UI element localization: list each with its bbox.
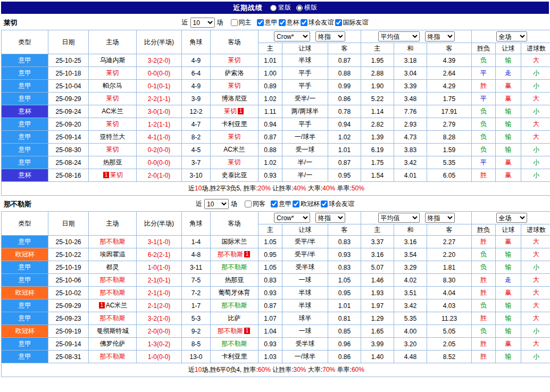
match-row: 意甲25-10-06那不勒斯2-1(0-1)7-5热那亚0.83一球1.051.… <box>2 274 550 287</box>
handicap-home-odds: 1.02 <box>259 156 282 169</box>
home-team: AC米兰 <box>89 105 137 118</box>
fulltime-select[interactable]: 全场 <box>496 31 527 41</box>
filter-label: 国际友谊 <box>343 18 369 27</box>
handicap-line: 一/球半 <box>282 351 328 363</box>
avg-away-odds: 8.30 <box>427 274 472 287</box>
home-team: 莱切 <box>89 144 137 156</box>
home-team: 亚特兰大 <box>89 131 137 144</box>
summary-stat: 40% <box>322 185 335 192</box>
filter-checkbox[interactable] <box>271 201 278 207</box>
asian-odds-time-select[interactable]: 终指 <box>315 31 345 41</box>
filter-option[interactable]: 欧冠杯 <box>293 199 320 208</box>
filter-option[interactable]: 同客 <box>245 199 265 208</box>
filter-option[interactable]: 意杯 <box>279 18 299 27</box>
match-date: 25-09-29 <box>48 93 89 105</box>
match-row: 意甲25-08-24热那亚0-0(0-0)3-7莱切1.02半/一0.871.7… <box>2 156 550 169</box>
corner-score: 3-7 <box>182 156 211 169</box>
match-row: 意甲25-09-29莱切2-2(1-1)3-9博洛尼亚1.02受半/一0.865… <box>2 93 550 105</box>
filter-label: 球会友谊 <box>329 199 354 208</box>
avg-away-odds: 4.39 <box>427 54 472 67</box>
euro-average-select[interactable]: 平均值 <box>378 213 420 223</box>
match-date: 25-10-26 <box>48 236 89 248</box>
recent-matches-table: 类型 日期 主场 比分(半场) 角球 客场 Crow* 终指 平均值 <box>1 211 550 377</box>
bookmaker-select[interactable]: Crow* <box>274 31 310 41</box>
filter-option[interactable]: 意甲 <box>257 18 278 27</box>
view-mode-radio[interactable] <box>270 5 277 11</box>
filter-label: 欧冠杯 <box>301 199 320 208</box>
recent-matches-table: 类型 日期 主场 比分(半场) 角球 客场 Crow* 终指 平均值 <box>1 30 550 196</box>
handicap-home-odds: 1.03 <box>259 351 282 363</box>
handicap-away-odds: 1.01 <box>328 299 361 312</box>
match-type: 意甲 <box>2 274 48 287</box>
summary-text: 近 <box>188 366 195 373</box>
corner-score: 4-8 <box>182 248 211 261</box>
home-team: 1AC米兰 <box>89 299 137 312</box>
filter-checkbox-group: 同主意甲意杯球会友谊国际友谊 <box>230 18 369 27</box>
filter-bar: 那不勒斯 近 10 场 同客意甲欧冠杯球会友谊 <box>1 197 549 211</box>
filter-option[interactable]: 球会友谊 <box>301 18 334 27</box>
avg-draw-odds: 3.42 <box>394 156 427 169</box>
team-name: 那不勒斯 <box>4 199 31 209</box>
page-title: 近期战绩 <box>233 3 263 13</box>
avg-home-odds: 3.37 <box>361 236 394 248</box>
result-group-header: 全场 <box>472 30 550 43</box>
view-mode-radio[interactable] <box>296 5 303 11</box>
filter-checkbox[interactable] <box>293 201 299 207</box>
away-team-name: 史泰比亚 <box>222 171 247 179</box>
view-mode-option[interactable]: 竖版 <box>270 3 291 12</box>
summary-text: 让胜率: <box>271 366 294 373</box>
home-team-name: 那不勒斯 <box>100 314 126 322</box>
match-count-select[interactable]: 10 <box>190 18 215 28</box>
avg-draw-odds: 3.39 <box>394 80 427 93</box>
asian-odds-time-select[interactable]: 终指 <box>315 213 345 223</box>
score: 3-2(1-0) <box>137 312 182 325</box>
handicap-away-odds: 0.78 <box>328 105 361 118</box>
subcol-euro-home: 主 <box>361 43 394 54</box>
header-row-groups: 类型 日期 主场 比分(半场) 角球 客场 Crow* 终指 平均值 <box>2 212 550 224</box>
result-handicap: 输 <box>496 105 521 118</box>
euro-average-select[interactable]: 平均值 <box>378 31 420 41</box>
euro-odds-time-select[interactable]: 终指 <box>425 213 455 223</box>
col-header-away: 客场 <box>211 212 259 236</box>
result-outcome: 胜 <box>472 80 496 93</box>
result-handicap: 输 <box>496 118 521 131</box>
summary-text: 单率: <box>335 366 352 373</box>
away-team: 那不勒斯 <box>211 261 259 274</box>
filter-checkbox[interactable] <box>257 19 264 26</box>
filter-checkbox[interactable] <box>301 19 307 26</box>
handicap-line: 球半 <box>282 312 328 325</box>
filter-option[interactable]: 同主 <box>231 18 252 27</box>
filter-option[interactable]: 意甲 <box>271 199 291 208</box>
filter-checkbox[interactable] <box>321 201 328 207</box>
filter-checkbox[interactable] <box>279 19 286 26</box>
view-mode-option[interactable]: 横版 <box>296 3 317 12</box>
bookmaker-select[interactable]: Crow* <box>274 213 310 223</box>
fulltime-select[interactable]: 全场 <box>496 213 527 223</box>
home-team-name: 佛罗伦萨 <box>100 340 126 347</box>
avg-draw-odds: 5.35 <box>394 312 427 325</box>
filter-checkbox[interactable] <box>335 19 342 26</box>
summary-stat: 40% <box>294 185 306 192</box>
avg-draw-odds: 3.18 <box>394 54 427 67</box>
avg-away-odds: 17.91 <box>427 105 472 118</box>
avg-home-odds: 1.97 <box>361 299 394 312</box>
away-team-name: 那不勒斯 <box>218 327 243 335</box>
filter-label: 球会友谊 <box>309 18 334 27</box>
match-count-select[interactable]: 10 <box>204 199 229 209</box>
euro-odds-time-select[interactable]: 终指 <box>425 31 455 41</box>
handicap-away-odds: 0.95 <box>328 169 361 182</box>
away-team-name: 比萨 <box>228 314 241 322</box>
subcol-outcome: 胜负 <box>472 43 496 54</box>
home-team-name: 莱切 <box>106 120 119 128</box>
col-header-type: 类型 <box>2 212 48 236</box>
result-goals: 大 <box>521 312 550 325</box>
avg-draw-odds: 3.16 <box>394 236 427 248</box>
away-team: 比萨 <box>211 312 259 325</box>
filter-controls: 近 10 场 同主意甲意杯球会友谊国际友谊 <box>182 18 369 28</box>
filter-checkbox[interactable] <box>231 19 238 26</box>
games-label: 场 <box>231 199 237 208</box>
filter-option[interactable]: 球会友谊 <box>321 199 354 208</box>
filter-checkbox[interactable] <box>245 201 252 207</box>
filter-option[interactable]: 国际友谊 <box>335 18 369 27</box>
handicap-home-odds: 0.95 <box>259 248 282 261</box>
